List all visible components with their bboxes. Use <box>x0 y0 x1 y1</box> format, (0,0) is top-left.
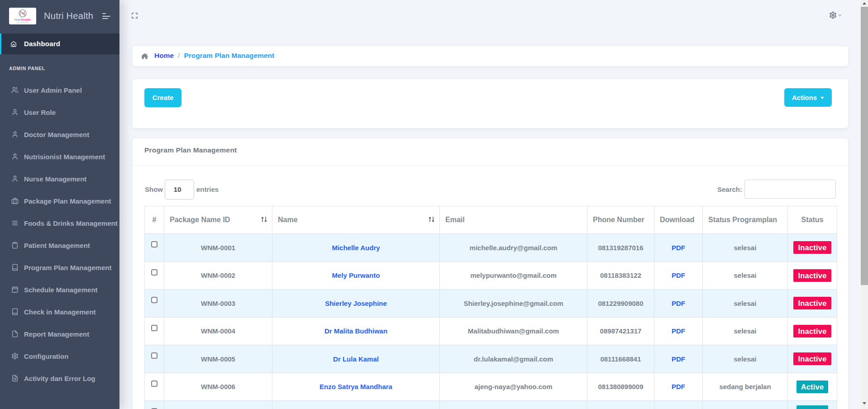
svg-text:INDONESIA: INDONESIA <box>17 22 29 24</box>
svg-text:NutriHealth: NutriHealth <box>14 18 31 21</box>
